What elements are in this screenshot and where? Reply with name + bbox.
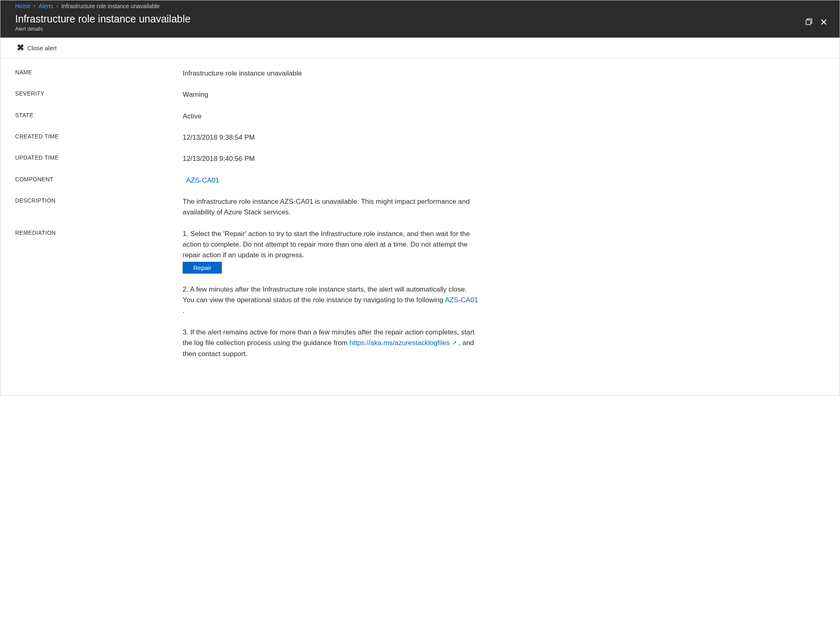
remediation-step-3-link[interactable]: https://aka.ms/azurestacklogfiles ↗ bbox=[349, 339, 456, 347]
label-name: NAME bbox=[15, 68, 183, 76]
remediation-step-2-pre: 2. A few minutes after the Infrastructur… bbox=[183, 285, 467, 304]
header-bar: Home › Alerts › Infrastructure role inst… bbox=[0, 0, 840, 38]
title-row: Infrastructure role instance unavailable… bbox=[0, 11, 840, 38]
breadcrumb: Home › Alerts › Infrastructure role inst… bbox=[0, 0, 840, 11]
svg-rect-1 bbox=[806, 20, 811, 25]
label-updated-time: UPDATED TIME bbox=[15, 154, 183, 161]
close-icon: ✖ bbox=[17, 43, 24, 52]
remediation-step-1-text: 1. Select the 'Repair' action to try to … bbox=[183, 229, 480, 261]
label-description: DESCRIPTION bbox=[15, 196, 183, 204]
page-subtitle: Alert details bbox=[15, 26, 190, 32]
value-updated-time: 12/13/2018 9:40:56 PM bbox=[183, 154, 480, 164]
breadcrumb-home[interactable]: Home bbox=[15, 3, 30, 9]
close-icon[interactable]: ✕ bbox=[820, 18, 827, 27]
restore-window-icon[interactable] bbox=[805, 18, 813, 27]
value-severity: Warning bbox=[183, 89, 480, 100]
value-state: Active bbox=[183, 111, 480, 122]
value-description: The infrastructure role instance AZS-CA0… bbox=[183, 196, 480, 218]
chevron-right-icon: › bbox=[56, 3, 58, 9]
remediation-step-2: 2. A few minutes after the Infrastructur… bbox=[183, 284, 480, 316]
external-link-icon: ↗ bbox=[451, 340, 457, 346]
label-remediation: REMEDIATION bbox=[15, 229, 183, 236]
alert-details-content: NAME Infrastructure role instance unavai… bbox=[0, 58, 495, 395]
label-state: STATE bbox=[15, 111, 183, 118]
value-created-time: 12/13/2018 9:38:54 PM bbox=[183, 132, 480, 143]
close-alert-button[interactable]: ✖ Close alert bbox=[15, 42, 58, 54]
label-created-time: CREATED TIME bbox=[15, 132, 183, 140]
chevron-right-icon: › bbox=[34, 3, 35, 9]
remediation-step-2-post: . bbox=[183, 307, 185, 314]
repair-button[interactable]: Repair bbox=[183, 262, 222, 274]
value-remediation: 1. Select the 'Repair' action to try to … bbox=[183, 229, 480, 370]
component-link[interactable]: AZS-CA01 bbox=[186, 176, 219, 184]
value-name: Infrastructure role instance unavailable bbox=[183, 68, 480, 79]
remediation-step-1: 1. Select the 'Repair' action to try to … bbox=[183, 229, 480, 274]
breadcrumb-current: Infrastructure role instance unavailable bbox=[61, 3, 159, 9]
remediation-step-2-link[interactable]: AZS-CA01 bbox=[445, 296, 478, 304]
close-alert-label: Close alert bbox=[27, 45, 57, 51]
toolbar: ✖ Close alert bbox=[0, 38, 840, 58]
label-component: COMPONENT bbox=[15, 175, 183, 183]
value-component: AZS-CA01 bbox=[183, 175, 480, 186]
label-severity: SEVERITY bbox=[15, 89, 183, 97]
remediation-step-3: 3. If the alert remains active for more … bbox=[183, 327, 480, 359]
breadcrumb-alerts[interactable]: Alerts bbox=[38, 3, 53, 9]
page-title: Infrastructure role instance unavailable bbox=[15, 13, 190, 25]
